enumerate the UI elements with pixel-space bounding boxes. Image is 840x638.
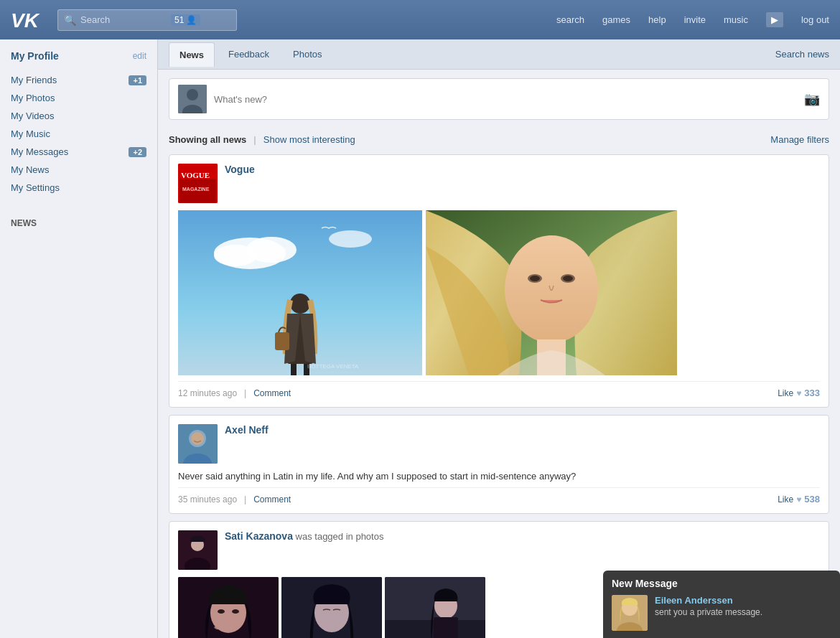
main-layout: My Profile edit My Friends +1 My Photos … bbox=[0, 39, 840, 638]
svg-text:VOGUE: VOGUE bbox=[181, 171, 210, 179]
nav-music-link[interactable]: music bbox=[724, 14, 748, 25]
sidebar-videos-label: My Videos bbox=[11, 111, 54, 121]
search-news-link[interactable]: Search news bbox=[775, 49, 829, 60]
search-bar: 🔍 51 👤 bbox=[57, 9, 237, 31]
svg-point-13 bbox=[290, 294, 310, 314]
sidebar-messages-label: My Messages bbox=[11, 146, 68, 157]
svg-point-12 bbox=[329, 230, 372, 248]
sidebar-messages-badge: +2 bbox=[129, 147, 146, 157]
svg-point-29 bbox=[191, 432, 204, 445]
axel-like-button[interactable]: Like bbox=[778, 494, 793, 505]
profile-row: My Profile edit bbox=[11, 47, 146, 65]
sidebar-item-friends[interactable]: My Friends +1 bbox=[11, 71, 146, 89]
sidebar-friends-badge: +1 bbox=[129, 75, 146, 85]
axel-footer-right: Like ♥ 538 bbox=[778, 494, 820, 505]
tab-feedback[interactable]: Feedback bbox=[218, 42, 279, 67]
nav-games-link[interactable]: games bbox=[602, 14, 630, 25]
popup-sender-avatar[interactable] bbox=[612, 595, 648, 631]
sidebar-item-music[interactable]: My Music bbox=[11, 125, 146, 143]
vogue-post: VOGUE MAGAZINE Vogue bbox=[169, 154, 829, 408]
sati-image-2[interactable] bbox=[281, 577, 382, 638]
filter-divider: | bbox=[253, 134, 256, 145]
sati-image-1[interactable] bbox=[178, 577, 279, 638]
sati-image-3[interactable] bbox=[385, 577, 485, 638]
axel-avatar[interactable] bbox=[178, 424, 218, 464]
vk-logo[interactable]: VK bbox=[11, 9, 43, 31]
vogue-footer-right: Like ♥ 333 bbox=[778, 388, 820, 398]
post-header-axel: Axel Neff bbox=[178, 424, 820, 464]
popup-message-info: Eileen Anderssen sent you a private mess… bbox=[655, 595, 762, 617]
header: VK 🔍 51 👤 search games help invite music… bbox=[0, 0, 840, 39]
avatar-placeholder bbox=[178, 85, 207, 113]
sidebar-news-label: My News bbox=[11, 164, 49, 175]
sati-avatar[interactable] bbox=[178, 530, 218, 570]
sidebar-item-settings[interactable]: My Settings bbox=[11, 179, 146, 197]
vogue-post-info: Vogue bbox=[225, 164, 255, 175]
sidebar-item-news[interactable]: My News bbox=[11, 161, 146, 179]
vogue-footer-left: 12 minutes ago | Comment bbox=[178, 388, 291, 398]
current-user-avatar bbox=[178, 85, 207, 113]
svg-point-36 bbox=[218, 609, 225, 614]
tabs-bar: News Feedback Photos Search news bbox=[158, 39, 840, 70]
axel-post-info: Axel Neff bbox=[225, 424, 269, 436]
sidebar-item-videos[interactable]: My Videos bbox=[11, 107, 146, 125]
sidebar-friends-label: My Friends bbox=[11, 75, 57, 85]
vogue-like-button[interactable]: Like bbox=[778, 388, 793, 398]
post-text-input[interactable] bbox=[214, 94, 797, 105]
popup-content: Eileen Anderssen sent you a private mess… bbox=[612, 595, 831, 631]
vogue-image-2[interactable] bbox=[426, 210, 677, 375]
nav-more-button[interactable]: ▶ bbox=[766, 12, 783, 27]
svg-text:BOTTEGA VENETA: BOTTEGA VENETA bbox=[307, 363, 359, 370]
sidebar-profile-name[interactable]: My Profile bbox=[11, 50, 59, 62]
user-icon: 👤 bbox=[186, 15, 197, 25]
filter-bar: Showing all news | Show most interesting… bbox=[158, 128, 840, 151]
nav-help-link[interactable]: help bbox=[648, 14, 666, 25]
search-count-badge: 51 👤 bbox=[171, 14, 200, 26]
axel-comment-link[interactable]: Comment bbox=[253, 494, 291, 505]
vogue-avatar[interactable]: VOGUE MAGAZINE bbox=[178, 164, 218, 203]
svg-point-37 bbox=[232, 609, 239, 614]
post-header-sati: Sati Kazanova was tagged in photos bbox=[178, 530, 820, 570]
axel-timestamp: 35 minutes ago bbox=[178, 494, 237, 505]
svg-point-11 bbox=[214, 245, 257, 266]
vogue-timestamp: 12 minutes ago bbox=[178, 388, 237, 398]
axel-like-count: 538 bbox=[804, 494, 820, 505]
axel-name[interactable]: Axel Neff bbox=[225, 424, 269, 436]
manage-filters-link[interactable]: Manage filters bbox=[770, 134, 829, 145]
nav-invite-link[interactable]: invite bbox=[684, 14, 706, 25]
vogue-post-images: BOTTEGA VENETA bbox=[178, 210, 820, 375]
popup-message-text: sent you a private message. bbox=[655, 607, 762, 617]
search-icon: 🔍 bbox=[64, 14, 76, 26]
axel-post-text: Never said anything in Latin in my life.… bbox=[178, 471, 820, 482]
nav-links: search games help invite music ▶ log out bbox=[251, 12, 829, 27]
post-header-vogue: VOGUE MAGAZINE Vogue bbox=[178, 164, 820, 203]
popup-sender-name[interactable]: Eileen Anderssen bbox=[655, 595, 762, 606]
sidebar-item-messages[interactable]: My Messages +2 bbox=[11, 143, 146, 161]
axel-footer-left: 35 minutes ago | Comment bbox=[178, 494, 291, 505]
search-input[interactable] bbox=[80, 14, 167, 25]
sidebar-edit-link[interactable]: edit bbox=[133, 51, 146, 61]
nav-search-link[interactable]: search bbox=[556, 14, 584, 25]
svg-text:MAGAZINE: MAGAZINE bbox=[182, 187, 210, 192]
svg-text:VK: VK bbox=[11, 10, 40, 30]
sidebar-photos-label: My Photos bbox=[11, 93, 55, 103]
nav-logout-link[interactable]: log out bbox=[801, 14, 829, 25]
sidebar-music-label: My Music bbox=[11, 128, 50, 139]
vogue-comment-link[interactable]: Comment bbox=[253, 388, 291, 398]
vogue-name[interactable]: Vogue bbox=[225, 164, 255, 175]
sati-name[interactable]: Sati Kazanova bbox=[225, 530, 293, 542]
axel-post: Axel Neff Never said anything in Latin i… bbox=[169, 415, 829, 514]
svg-point-2 bbox=[187, 89, 198, 100]
showing-all-news-label: Showing all news bbox=[169, 134, 246, 145]
tab-news[interactable]: News bbox=[169, 42, 215, 67]
vogue-image-1[interactable]: BOTTEGA VENETA bbox=[178, 210, 422, 375]
sati-post-info: Sati Kazanova was tagged in photos bbox=[225, 530, 383, 542]
show-most-interesting-link[interactable]: Show most interesting bbox=[263, 134, 355, 145]
sidebar-item-photos[interactable]: My Photos bbox=[11, 89, 146, 107]
svg-rect-44 bbox=[434, 617, 458, 638]
post-input-area: 📷 bbox=[169, 78, 829, 120]
vogue-like-count: 333 bbox=[804, 388, 820, 398]
svg-point-24 bbox=[563, 276, 573, 281]
tab-photos[interactable]: Photos bbox=[283, 42, 332, 67]
camera-icon[interactable]: 📷 bbox=[804, 91, 820, 107]
